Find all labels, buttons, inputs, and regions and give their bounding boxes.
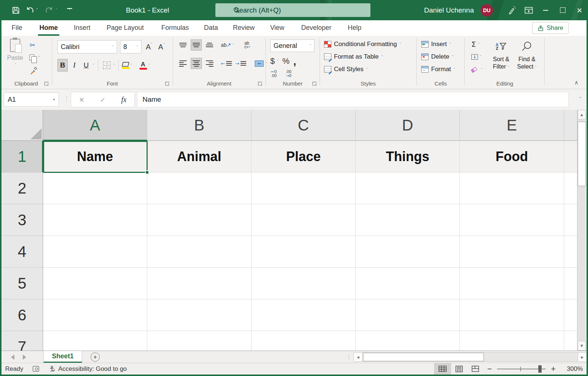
name-box-dropdown[interactable]: ▾ [53, 98, 55, 101]
cell-e7[interactable] [460, 331, 564, 351]
redo-button[interactable] [45, 4, 54, 17]
tab-developer[interactable]: Developer [297, 20, 335, 36]
sort-filter-dropdown[interactable]: ˅ [508, 66, 510, 69]
cell-c5[interactable] [251, 268, 356, 299]
cell-d3[interactable] [356, 204, 460, 236]
cell-e3[interactable] [460, 204, 564, 236]
paste-dropdown[interactable]: ˅ [14, 63, 16, 67]
comma-style-button[interactable]: , [293, 55, 296, 67]
cell-c7[interactable] [251, 331, 356, 351]
cell-c6[interactable] [251, 299, 356, 331]
clipboard-dialog-launcher[interactable] [45, 82, 49, 86]
conditional-formatting-button[interactable]: Conditional Formatting ˅ [324, 39, 401, 49]
cancel-button[interactable]: ✕ [79, 96, 84, 104]
bottom-align-button[interactable] [204, 39, 215, 51]
insert-function-button[interactable]: fx [121, 95, 126, 104]
formula-input[interactable]: Name [137, 92, 568, 107]
sheet-tab-sheet1[interactable]: Sheet1 [43, 351, 82, 363]
column-header-a[interactable]: A [43, 110, 147, 141]
cell-c4[interactable] [251, 236, 356, 268]
cell-d2[interactable] [356, 173, 460, 204]
row-header-4[interactable]: 4 [1, 236, 43, 268]
tab-page-layout[interactable]: Page Layout [104, 20, 147, 36]
tab-home[interactable]: Home [36, 20, 61, 36]
ink-pen-button[interactable] [503, 0, 520, 20]
cell-b7[interactable] [147, 331, 251, 351]
cell-d7[interactable] [356, 331, 460, 351]
undo-button[interactable] [25, 4, 35, 17]
column-header-e[interactable]: E [460, 110, 564, 141]
cell-styles-dropdown[interactable]: ˅ [366, 67, 368, 71]
cell-b6[interactable] [147, 299, 251, 331]
page-break-preview-button[interactable] [467, 363, 483, 375]
cell-b1[interactable]: Animal [147, 141, 251, 173]
cell-d4[interactable] [356, 236, 460, 268]
underline-button[interactable]: U [81, 59, 91, 72]
middle-align-button[interactable] [191, 39, 202, 51]
clear-button[interactable]: ˅ [471, 65, 483, 75]
vertical-scrollbar[interactable]: ▲ ▼ [577, 110, 586, 351]
formula-bar-grip[interactable]: ⋮ [63, 95, 70, 102]
tab-data[interactable]: Data [201, 20, 221, 36]
zoom-slider-thumb[interactable] [538, 365, 542, 373]
tab-help[interactable]: Help [345, 20, 364, 36]
scrollbar-resize-grip[interactable]: ⋮ [346, 354, 352, 360]
bold-button[interactable]: B [57, 59, 68, 72]
normal-view-button[interactable] [434, 363, 451, 375]
cell[interactable] [564, 204, 577, 236]
maximize-button[interactable] [554, 0, 571, 20]
row-header-3[interactable]: 3 [1, 204, 43, 236]
italic-button[interactable]: I [69, 59, 80, 72]
zoom-level[interactable]: 300% [559, 365, 583, 373]
cell-b3[interactable] [147, 204, 251, 236]
ribbon-display-options-button[interactable] [520, 0, 537, 20]
cell-a5[interactable] [43, 268, 147, 299]
delete-cells-dropdown[interactable]: ˅ [452, 55, 454, 59]
paste-button[interactable]: Paste ˅ [5, 39, 25, 79]
orientation-button[interactable]: ab ↗ ˅ [221, 42, 234, 48]
sort-filter-button[interactable]: AZ Sort & Filter ˅ [489, 39, 513, 71]
record-macro-icon[interactable] [33, 366, 39, 372]
minimize-button[interactable] [537, 0, 554, 20]
borders-dropdown[interactable]: ˅ [113, 63, 115, 67]
delete-cells-button[interactable]: ✕ Delete ˅ [421, 52, 454, 62]
find-select-dropdown[interactable]: ˅ [535, 66, 537, 69]
center-button[interactable] [191, 58, 202, 69]
cell-a7[interactable] [43, 331, 147, 351]
accounting-dropdown[interactable]: ˅ [277, 59, 279, 63]
cell-a2[interactable] [43, 173, 147, 204]
insert-cells-dropdown[interactable]: ˅ [450, 42, 451, 46]
font-color-button[interactable]: A [140, 59, 147, 72]
copy-dropdown[interactable]: ˅ [38, 56, 40, 59]
clear-dropdown[interactable]: ˅ [481, 68, 483, 72]
increase-decimal-button[interactable]: ←0 .00 [271, 70, 277, 78]
row-header-1[interactable]: 1 [1, 141, 43, 173]
decrease-decimal-button[interactable]: .00 →0 [286, 70, 291, 78]
cell-b2[interactable] [147, 173, 251, 204]
cell-a6[interactable] [43, 299, 147, 331]
zoom-in-button[interactable]: + [547, 364, 559, 374]
autosum-dropdown[interactable]: ˅ [478, 42, 480, 46]
tab-formulas[interactable]: Formulas [158, 20, 193, 36]
cell-e5[interactable] [460, 268, 564, 299]
tab-review[interactable]: Review [230, 20, 257, 36]
column-header-b[interactable]: B [147, 110, 251, 141]
page-layout-view-button[interactable] [451, 363, 467, 375]
format-cells-button[interactable]: ↔ Format ˅ [421, 64, 455, 74]
align-right-button[interactable] [204, 58, 215, 69]
save-button[interactable] [10, 4, 22, 17]
enter-button[interactable]: ✓ [100, 96, 106, 104]
column-header-c[interactable]: C [251, 110, 356, 141]
row-header-5[interactable]: 5 [1, 268, 43, 299]
decrease-indent-button[interactable]: ← [221, 58, 233, 69]
fill-dropdown[interactable]: ˅ [480, 55, 482, 59]
format-as-table-dropdown[interactable]: ˅ [381, 55, 383, 59]
fill-color-dropdown[interactable]: ˅ [131, 63, 133, 67]
format-painter-button[interactable] [29, 65, 44, 76]
accessibility-checker[interactable]: Accessibility: Good to go [49, 365, 127, 373]
cell[interactable] [564, 141, 577, 173]
cell-c2[interactable] [251, 173, 356, 204]
cell[interactable] [564, 299, 577, 331]
increase-font-size-button[interactable]: Aˆ [144, 42, 154, 52]
zoom-out-button[interactable]: − [483, 364, 496, 374]
